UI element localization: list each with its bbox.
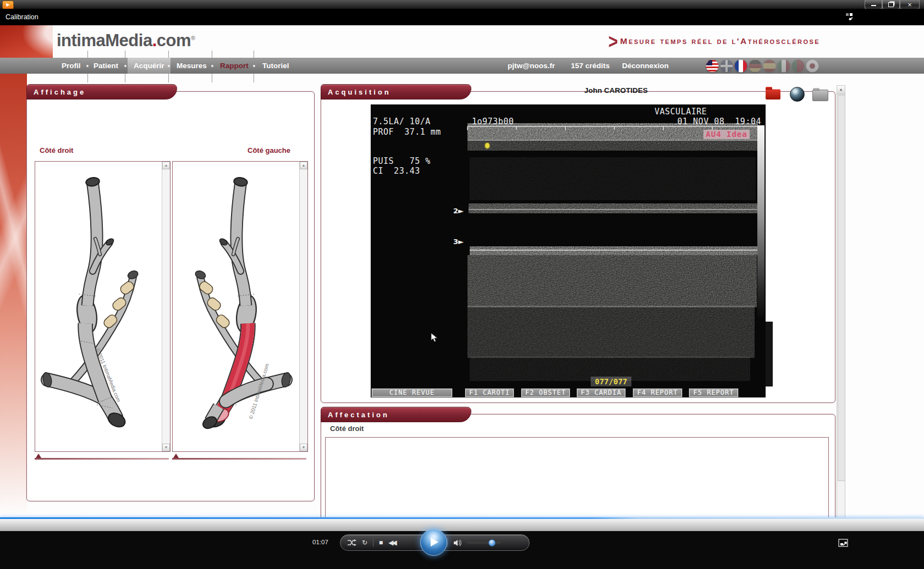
zoom-slider-left-side[interactable] [172, 458, 306, 460]
camera-icon[interactable] [790, 87, 805, 102]
stop-icon[interactable]: ■ [379, 539, 383, 546]
us-mode-label: VASCULAIRE [654, 107, 707, 117]
divider [373, 538, 373, 547]
nav-separator-dot [253, 65, 255, 67]
flag-jp[interactable] [806, 59, 819, 73]
close-button[interactable]: × [900, 0, 920, 9]
us-power-label: PUIS 75 % [373, 156, 431, 166]
flag-es[interactable] [763, 59, 776, 73]
scrollbar-thumb[interactable] [838, 95, 845, 481]
affectation-list-box[interactable] [325, 437, 829, 522]
credits-count: 157 crédits [571, 58, 610, 74]
scroll-up-icon[interactable]: ▲ [162, 162, 170, 169]
us-marker-3: 3► [453, 237, 464, 246]
slider-thumb[interactable] [173, 454, 179, 458]
user-email: pjtw@noos.fr [508, 58, 555, 74]
flag-us[interactable] [706, 59, 719, 73]
play-icon [431, 538, 438, 546]
nav-tick [168, 51, 169, 58]
nav-tick [87, 74, 88, 82]
f5-report-button[interactable]: F5 REPORT [689, 389, 738, 397]
fullscreen-icon[interactable] [838, 539, 848, 549]
ultrasound-image[interactable]: VASCULAIRE 7.5LA/ 10/A 1o973b00 01 NOV 0… [371, 104, 766, 397]
carotid-diagram-left-side[interactable]: © 2011 IntimaMedia.com ▲ ▼ [172, 161, 308, 452]
site-tagline: > Mesure temps réel de l'Athérosclérose [608, 32, 845, 51]
affectation-tab: Affectation [321, 407, 471, 422]
nav-item-acquerir[interactable]: Acquérir [134, 58, 164, 74]
nav-separator-dot [124, 65, 127, 67]
flag-it[interactable] [777, 59, 790, 73]
site-logo: intimaMedia.com® [57, 31, 195, 51]
nav-tick [212, 74, 212, 82]
carotid-tree-drawing[interactable]: © 2011 IntimaMedia.com [35, 162, 161, 448]
diagram-scrollbar[interactable]: ▲ ▼ [299, 162, 307, 451]
flag-pt[interactable] [791, 59, 805, 73]
window-top-edge: ▶ [0, 0, 924, 9]
red-decoration-side [0, 74, 27, 533]
scroll-down-icon[interactable]: ▼ [162, 444, 170, 451]
page-scrollbar[interactable]: ▲ ▼ [837, 85, 845, 544]
red-folder-icon[interactable] [766, 89, 780, 100]
nav-separator-dot [168, 65, 170, 67]
nav-item-tutoriel[interactable]: Tutoriel [262, 58, 289, 74]
minimize-button[interactable] [865, 0, 882, 9]
diagram-scrollbar[interactable]: ▲ ▼ [162, 162, 170, 451]
gray-folder-icon[interactable] [812, 90, 828, 101]
ultrasound-speckle [371, 104, 766, 397]
label-cote-droit: Côté droit [40, 146, 73, 154]
nav-item-rapport[interactable]: Rapport [220, 58, 249, 74]
zoom-slider-right-side[interactable] [35, 458, 169, 460]
window-title: Calibration [6, 9, 38, 25]
restore-button[interactable] [882, 0, 900, 9]
scroll-up-icon[interactable]: ▲ [837, 86, 845, 95]
nav-tick [125, 51, 125, 58]
rewind-icon[interactable]: ◀◀ [388, 539, 395, 546]
carotid-tree-drawing-highlighted[interactable]: © 2011 IntimaMedia.com [173, 162, 298, 448]
us-datetime: 01 NOV 08 19:04 [678, 117, 762, 126]
restore-icon [888, 2, 894, 7]
us-marker-2: 2► [453, 207, 464, 215]
app-play-icon: ▶ [2, 1, 14, 9]
acquisition-tab: Acquisition [321, 84, 471, 100]
nav-tick [212, 51, 212, 58]
chevron-icon: > [608, 30, 618, 53]
volume-slider[interactable] [467, 542, 501, 544]
carotid-diagram-right-side[interactable]: © 2011 IntimaMedia.com ▲ ▼ [35, 161, 170, 452]
us-depth-label: PROF 37.1 mm [373, 127, 441, 137]
cine-revue-button[interactable]: CINE REVUE [372, 389, 452, 397]
flag-fr[interactable] [734, 59, 747, 73]
us-right-edge [766, 322, 773, 386]
shuffle-icon[interactable] [347, 539, 356, 546]
video-bottom-band [0, 519, 924, 531]
play-button[interactable] [420, 529, 447, 556]
flag-uk[interactable] [720, 59, 733, 73]
grayscale-bar [757, 125, 765, 318]
switch-display-icon[interactable] [845, 13, 855, 24]
nav-item-patient[interactable]: Patient [94, 58, 118, 74]
divider [447, 538, 448, 547]
flag-de[interactable] [749, 59, 762, 73]
playback-time: 01:07 [312, 539, 328, 545]
logout-link[interactable]: Déconnexion [622, 58, 669, 74]
f1-caroti-button[interactable]: F1 CAROTI [465, 389, 514, 397]
f4-report-button[interactable]: F4 REPORT [633, 389, 682, 397]
nav-item-mesures[interactable]: Mesures [177, 58, 207, 74]
slider-thumb[interactable] [36, 454, 41, 458]
scroll-down-icon[interactable]: ▼ [300, 444, 307, 451]
scroll-up-icon[interactable]: ▲ [300, 162, 307, 169]
nav-item-profil[interactable]: Profil [62, 58, 81, 74]
volume-thumb[interactable] [488, 539, 496, 546]
minimize-icon [871, 3, 876, 6]
nav-tick [254, 74, 254, 82]
us-probe-label: 7.5LA/ 10/A [373, 117, 431, 126]
label-cote-gauche: Côté gauche [248, 146, 290, 154]
mouse-cursor [430, 333, 439, 343]
us-ci-label: CI 23.43 [373, 166, 420, 176]
speaker-icon[interactable] [453, 539, 461, 546]
repeat-icon[interactable]: ↻ [362, 539, 367, 546]
f2-obstet-button[interactable]: F2 OBSTET [521, 389, 570, 397]
wmp-window: ▶ × Calibration intimaMedia.com® > Mesur… [0, 0, 924, 569]
f3-cardia-button[interactable]: F3 CARDIA [577, 389, 625, 397]
title-bar [0, 9, 924, 25]
nav-tick [87, 51, 88, 58]
